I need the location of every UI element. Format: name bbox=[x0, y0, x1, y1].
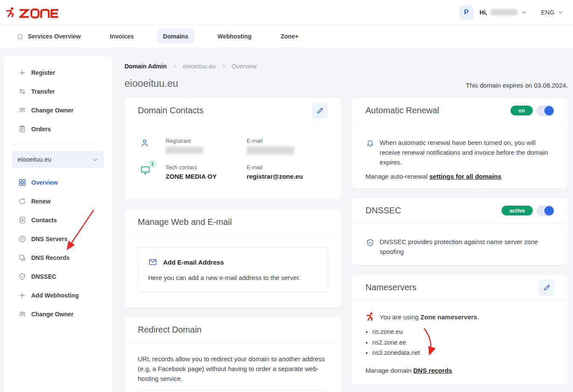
card-title: Domain Contacts bbox=[138, 106, 203, 115]
sidebar-item-change-owner-2[interactable]: Change Owner bbox=[12, 305, 104, 324]
registrant-value-redacted bbox=[166, 147, 203, 154]
registrant-row: Registrant E-mail bbox=[138, 138, 328, 155]
app-header: P Hi, ENG bbox=[0, 0, 573, 24]
dns-records-link[interactable]: DNS records bbox=[413, 367, 452, 374]
breadcrumb: Domain Admin eiooeituu.eu Overview bbox=[125, 63, 257, 70]
breadcrumb-domain[interactable]: eiooeituu.eu bbox=[183, 63, 215, 70]
domain-contacts-card: Domain Contacts Registrant E- bbox=[125, 98, 341, 200]
tech-contact-row: 1 Tech contact ZONE MEDIA OY E-mail regi… bbox=[138, 164, 328, 180]
page-title: eiooeituu.eu bbox=[125, 78, 178, 89]
registrant-label: Registrant bbox=[166, 138, 247, 144]
mail-icon bbox=[148, 257, 157, 267]
chevron-down-icon bbox=[521, 9, 527, 15]
sidebar-item-change-owner[interactable]: Change Owner bbox=[12, 101, 104, 120]
edit-nameservers-button[interactable] bbox=[538, 280, 555, 296]
sidebar-item-dnssec[interactable]: DNSSEC bbox=[12, 267, 104, 286]
person-icon bbox=[140, 138, 150, 149]
automatic-renewal-card: Automatic Renewal on When automatic rene… bbox=[352, 98, 568, 188]
manage-domain-text: Manage domain bbox=[365, 367, 412, 374]
breadcrumb-domain-admin[interactable]: Domain Admin bbox=[125, 63, 166, 70]
copy-icon bbox=[18, 253, 27, 262]
toggle-knob bbox=[544, 206, 554, 215]
contacts-book-icon bbox=[18, 216, 27, 224]
bell-icon bbox=[365, 139, 375, 149]
home-icon bbox=[16, 32, 24, 40]
chevron-down-icon bbox=[558, 9, 564, 15]
dnssec-card: DNSSEC active DNSSEC provides protection… bbox=[352, 198, 568, 265]
nameserver-list: ns.zone.eu ns2.zone.ee ns3.zonedata.net bbox=[365, 328, 555, 357]
nav-zone-plus[interactable]: Zone+ bbox=[275, 29, 305, 44]
sidebar-item-transfer[interactable]: Transfer bbox=[12, 82, 104, 101]
card-title: Nameservers bbox=[365, 283, 416, 292]
nav-webhosting[interactable]: Webhosting bbox=[211, 29, 258, 44]
redirect-description: URL records allow you to redirect your d… bbox=[138, 354, 335, 383]
nameserver-item: ns.zone.eu bbox=[372, 328, 555, 336]
language-label: ENG bbox=[541, 9, 555, 16]
sidebar-item-add-webhosting[interactable]: Add Webhosting bbox=[12, 286, 104, 305]
sidebar-item-overview[interactable]: Overview bbox=[12, 173, 104, 192]
grid-icon bbox=[18, 178, 27, 187]
breadcrumb-current: Overview bbox=[232, 63, 257, 70]
dnssec-toggle[interactable] bbox=[537, 205, 555, 216]
transfer-icon bbox=[18, 87, 27, 96]
chevron-right-icon bbox=[172, 64, 177, 69]
nav-services-overview[interactable]: Services Overview bbox=[10, 29, 87, 44]
card-title: Redirect Domain bbox=[138, 325, 202, 335]
nav-invoices[interactable]: Invoices bbox=[104, 29, 140, 44]
card-title: DNSSEC bbox=[365, 206, 401, 215]
language-selector[interactable]: ENG bbox=[541, 9, 564, 16]
sidebar: Register Transfer Change Owner Orders ei… bbox=[3, 56, 113, 392]
chevron-right-icon bbox=[221, 64, 226, 69]
edit-contacts-button[interactable] bbox=[312, 103, 328, 119]
main-nav: Services Overview Invoices Domains Webho… bbox=[0, 24, 573, 48]
sidebar-item-dns-servers[interactable]: DNS DNS Servers bbox=[12, 230, 104, 248]
plus-icon bbox=[18, 291, 27, 300]
svg-text:DNS: DNS bbox=[21, 238, 24, 240]
renewal-description: When automatic renewal have been turned … bbox=[380, 138, 555, 167]
tech-contact-name: ZONE MEDIA OY bbox=[166, 173, 247, 180]
registrant-email-label: E-mail bbox=[246, 138, 328, 144]
dns-globe-icon: DNS bbox=[18, 235, 27, 243]
nameservers-intro-bold: Zone nameservers bbox=[420, 313, 477, 321]
tech-email-label: E-mail bbox=[246, 164, 328, 171]
manage-renewal-text: Manage auto-renewal bbox=[365, 173, 428, 180]
zone-logo[interactable] bbox=[5, 6, 59, 18]
nameserver-item: ns2.zone.ee bbox=[372, 339, 555, 347]
nameservers-intro: You are using Zone nameservers. bbox=[380, 312, 479, 322]
pencil-icon bbox=[543, 283, 551, 292]
status-badge: on bbox=[511, 106, 533, 115]
settings-all-domains-link[interactable]: settings for all domains bbox=[429, 173, 501, 180]
clipboard-icon bbox=[18, 125, 27, 133]
pencil-icon bbox=[316, 106, 324, 115]
add-email-title: Add E-mail Address bbox=[163, 259, 224, 266]
dnssec-description: DNSSEC provides protection against name … bbox=[380, 237, 546, 256]
redirect-url-input[interactable] bbox=[138, 390, 328, 392]
domain-selector-value: eiooeituu.eu bbox=[18, 156, 51, 163]
nav-domains[interactable]: Domains bbox=[157, 29, 194, 44]
users-icon bbox=[18, 106, 27, 115]
redirect-domain-card: Redirect Domain URL records allow you to… bbox=[125, 317, 341, 392]
avatar[interactable]: P bbox=[459, 5, 474, 20]
domain-selector[interactable]: eiooeituu.eu bbox=[12, 151, 104, 168]
automatic-renewal-toggle[interactable] bbox=[537, 105, 555, 116]
registrant-email-redacted bbox=[246, 146, 294, 155]
expiry-note: This domain expires on 03.08.2024. bbox=[466, 82, 568, 89]
zone-runner-icon bbox=[365, 312, 375, 322]
nameservers-card: Nameservers You are using Zone nameserve… bbox=[352, 275, 568, 385]
plus-icon bbox=[18, 68, 27, 77]
user-name-redacted bbox=[490, 9, 518, 15]
card-title: Automatic Renewal bbox=[365, 106, 439, 115]
add-email-address-box[interactable]: Add E-mail Address Here you can add a ne… bbox=[137, 247, 328, 292]
manage-web-email-card: Manage Web and E-mail Add E-mail Address… bbox=[125, 209, 341, 307]
sidebar-item-orders[interactable]: Orders bbox=[12, 120, 104, 139]
shield-check-icon bbox=[18, 272, 27, 281]
sidebar-divider bbox=[13, 144, 103, 144]
sidebar-item-contacts[interactable]: Contacts bbox=[12, 211, 104, 230]
card-title: Manage Web and E-mail bbox=[138, 217, 232, 227]
tech-email-value: registrar@zone.eu bbox=[246, 173, 328, 180]
sidebar-item-renew[interactable]: Renew bbox=[12, 192, 104, 211]
user-menu[interactable]: Hi, bbox=[480, 9, 528, 16]
status-badge: active bbox=[502, 206, 533, 215]
sidebar-item-register[interactable]: Register bbox=[12, 63, 104, 82]
sidebar-item-dns-records[interactable]: DNS Records bbox=[12, 248, 104, 267]
